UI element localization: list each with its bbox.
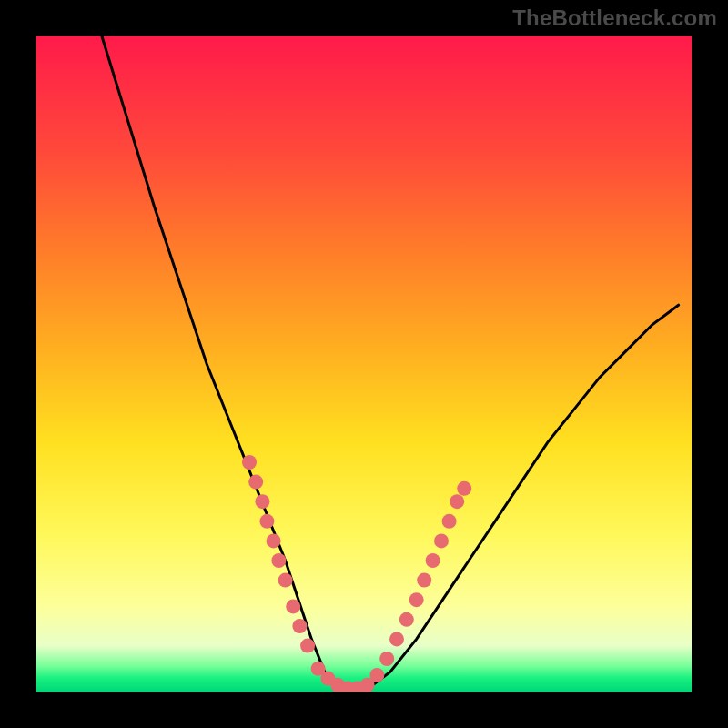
data-point (450, 494, 464, 509)
data-point (457, 481, 471, 496)
data-point (242, 455, 257, 470)
data-point (300, 639, 315, 653)
data-point (369, 668, 384, 682)
data-point (410, 592, 424, 607)
data-point (267, 533, 281, 548)
plot-area (36, 36, 692, 692)
data-point (434, 533, 449, 548)
data-point (389, 632, 404, 646)
data-point (278, 573, 293, 588)
chart-svg (36, 36, 692, 692)
data-point (399, 612, 414, 627)
bottleneck-curve (102, 36, 679, 692)
data-point (248, 475, 263, 490)
chart-frame: TheBottleneck.com (0, 0, 728, 728)
data-points (242, 455, 471, 692)
data-point (442, 514, 457, 529)
data-point (271, 553, 286, 568)
watermark-text: TheBottleneck.com (512, 5, 717, 31)
data-point (259, 514, 274, 529)
data-point (286, 599, 300, 613)
data-point (255, 494, 269, 509)
data-point (417, 573, 431, 588)
data-point (292, 619, 307, 633)
data-point (426, 553, 440, 568)
data-point (379, 652, 394, 666)
